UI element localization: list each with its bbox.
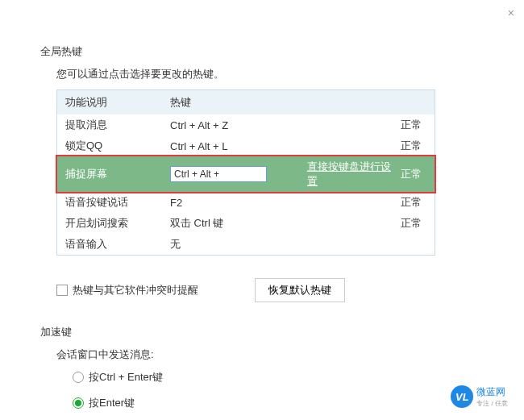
logo-sub: 专注 / 任意: [476, 399, 508, 408]
send-message-radio-group: 按Ctrl + Enter键 按Enter键: [73, 370, 484, 410]
row-name: 提取消息: [65, 118, 170, 132]
header-function: 功能说明: [65, 95, 170, 110]
table-row[interactable]: 锁定QQ Ctrl + Alt + L 正常: [57, 135, 435, 156]
conflict-checkbox[interactable]: 热键与其它软件冲突时提醒: [56, 283, 198, 297]
restore-default-button[interactable]: 恢复默认热键: [255, 278, 345, 302]
conflict-checkbox-label: 热键与其它软件冲突时提醒: [73, 283, 198, 297]
radio-label: 按Ctrl + Enter键: [89, 370, 163, 385]
accelerator-title: 加速键: [40, 325, 484, 339]
row-name: 锁定QQ: [65, 139, 170, 153]
radio-label: 按Enter键: [89, 396, 135, 410]
brand-logo: VL 微蓝网 专注 / 任意: [451, 385, 508, 408]
hotkey-table-header: 功能说明 热键: [57, 90, 435, 114]
table-row[interactable]: 提取消息 Ctrl + Alt + Z 正常: [57, 114, 435, 135]
logo-icon: VL: [451, 385, 473, 408]
global-hotkey-title: 全局热键: [40, 44, 484, 59]
row-status: 正常: [396, 167, 426, 181]
table-row[interactable]: 开启划词搜索 双击 Ctrl 键 正常: [57, 213, 435, 234]
settings-panel: 全局热键 您可以通过点击选择要更改的热键。 功能说明 热键 提取消息 Ctrl …: [0, 0, 524, 410]
row-hotkey: Ctrl + Alt + L: [170, 140, 307, 152]
global-hotkey-desc: 您可以通过点击选择要更改的热键。: [56, 67, 484, 81]
radio-icon: [73, 397, 84, 409]
row-name: 语音输入: [65, 237, 170, 252]
table-row[interactable]: 语音输入 无: [57, 234, 435, 255]
row-status: 正常: [396, 118, 426, 132]
row-status: 正常: [396, 139, 426, 153]
accelerator-desc: 会话窗口中发送消息:: [56, 347, 484, 362]
row-name: 开启划词搜索: [65, 216, 170, 231]
radio-enter[interactable]: 按Enter键: [73, 396, 484, 410]
logo-name: 微蓝网: [476, 385, 508, 399]
hotkey-table: 功能说明 热键 提取消息 Ctrl + Alt + Z 正常 锁定QQ Ctrl…: [56, 89, 435, 256]
row-hotkey-input: [170, 166, 307, 182]
row-name: 语音按键说话: [65, 195, 170, 210]
radio-icon: [73, 372, 84, 383]
row-hotkey: 无: [170, 237, 307, 252]
table-row-selected[interactable]: 捕捉屏幕 直接按键盘进行设置 正常: [57, 156, 435, 192]
row-status: 正常: [396, 195, 426, 210]
table-row[interactable]: 语音按键说话 F2 正常: [57, 192, 435, 213]
row-name: 捕捉屏幕: [65, 167, 170, 181]
radio-ctrl-enter[interactable]: 按Ctrl + Enter键: [73, 370, 484, 385]
hotkey-input[interactable]: [170, 166, 267, 182]
row-hotkey: F2: [170, 197, 307, 209]
row-hotkey: Ctrl + Alt + Z: [170, 119, 307, 131]
header-hotkey: 热键: [170, 95, 307, 110]
checkbox-icon: [56, 285, 68, 296]
close-icon[interactable]: ×: [508, 6, 514, 19]
row-status: 正常: [396, 216, 426, 231]
row-hotkey: 双击 Ctrl 键: [170, 216, 307, 231]
row-hint[interactable]: 直接按键盘进行设置: [307, 160, 396, 189]
